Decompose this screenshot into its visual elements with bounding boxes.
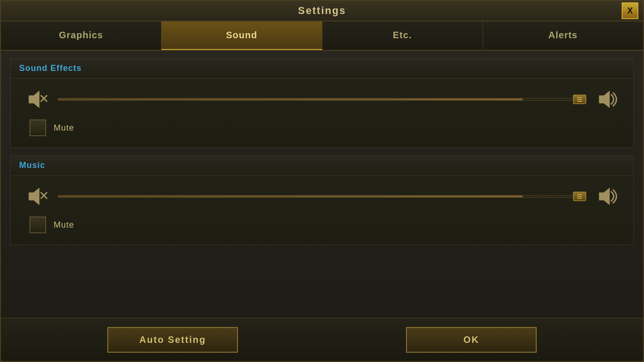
music-mute-label: Mute [54,220,74,230]
music-header: Music [11,156,633,175]
sound-effects-body: Mute [11,78,633,147]
sound-effects-mute-label: Mute [54,123,74,133]
title-bar: Settings X [1,1,643,21]
tab-alerts[interactable]: Alerts [483,21,643,50]
sound-effects-mute-row: Mute [25,119,619,136]
music-mute-row: Mute [25,216,619,233]
music-speaker-loud-icon [596,185,619,208]
sound-effects-header: Sound Effects [11,59,633,78]
sound-effects-speaker-loud-icon [596,88,619,111]
footer: Auto Setting OK [1,318,643,361]
svg-marker-4 [29,188,39,205]
tab-etc[interactable]: Etc. [322,21,483,50]
sound-effects-slider[interactable] [57,98,587,101]
svg-marker-3 [599,91,609,108]
sound-effects-mute-checkbox[interactable] [29,119,46,136]
music-slider[interactable] [57,195,587,198]
sound-effects-slider-fill [58,98,523,100]
music-slider-row [25,185,619,208]
music-slider-thumb[interactable] [573,192,586,201]
music-title: Music [19,160,45,170]
settings-window: Settings X Graphics Sound Etc. Alerts So… [0,0,644,362]
settings-content: Sound Effects [1,51,643,318]
music-speaker-muted-icon [25,185,48,208]
tab-sound[interactable]: Sound [161,21,322,50]
auto-setting-button[interactable]: Auto Setting [107,327,238,353]
close-button[interactable]: X [622,2,638,19]
sound-effects-slider-row [25,88,619,111]
music-slider-fill [58,195,523,197]
tabs-bar: Graphics Sound Etc. Alerts [1,21,643,51]
sound-effects-slider-thumb[interactable] [573,95,586,104]
window-title: Settings [298,5,346,16]
music-section: Music [10,155,634,245]
tab-graphics[interactable]: Graphics [1,21,161,50]
ok-button[interactable]: OK [406,327,537,353]
slider-thumb-lines [577,99,582,100]
sound-effects-title: Sound Effects [19,63,82,73]
sound-effects-speaker-muted-icon [25,88,48,111]
svg-marker-0 [29,91,39,108]
music-slider-thumb-lines [577,196,582,197]
music-body: Mute [11,175,633,244]
music-mute-checkbox[interactable] [29,216,46,233]
svg-marker-7 [599,188,609,205]
sound-effects-section: Sound Effects [10,58,634,148]
